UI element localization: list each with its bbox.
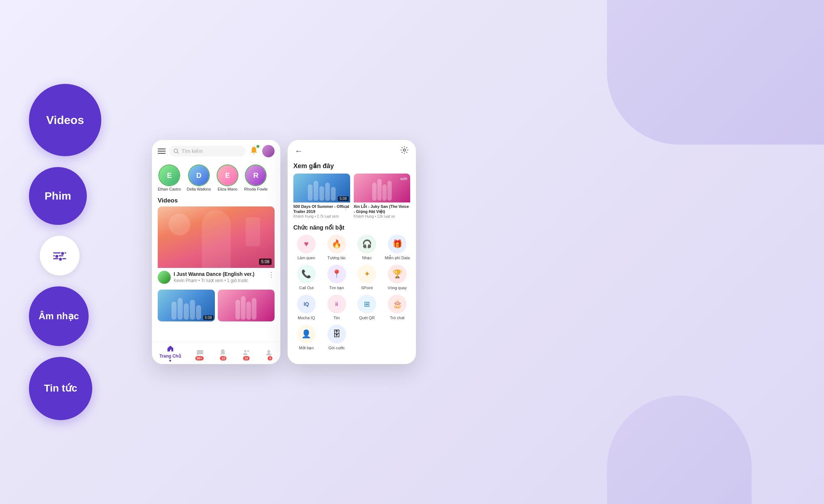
back-button[interactable]: ← [295,146,303,156]
hamburger-line [158,153,166,154]
story-avatar[interactable]: E [217,165,238,185]
phone-right: ← Xem gần đây [288,140,416,364]
recent-video-item[interactable]: sōh Xin Lỗi - Juky San (The Voice - Giọn… [354,174,411,220]
feature-label: Nhạc [362,256,372,260]
story-avatar[interactable]: E [159,165,179,185]
feature-lam-quen[interactable]: ♥ Làm quen [293,235,319,260]
story-ring [188,165,210,186]
more-options[interactable]: ⋮ [343,204,349,211]
videos-circle[interactable]: Videos [29,84,101,156]
nav-home-label: Trang Chủ [160,354,181,359]
feature-spoint[interactable]: ✦ SPoint [354,265,380,290]
story-name: Eliza Mano [218,187,237,191]
story-name: Rhoda Fowle [244,187,268,191]
svg-point-2 [254,153,255,154]
feature-label: Mời bạn [299,346,314,350]
duration-badge: 5:08 [259,259,272,265]
filter-circle[interactable] [40,236,80,276]
video-title: I Just Wanna Dance (English ver.) [174,271,265,277]
feature-tro-choi[interactable]: 🎂 Trò chơi [384,295,410,320]
filter-icon [53,252,66,259]
feature-label: Tiin [334,316,340,320]
phones-container: Tìm kiếm E Ethan Castro [152,140,416,364]
feature-label: Quét QR [359,316,375,320]
feature-tim-ban[interactable]: 📍 Tìm bạn [324,265,350,290]
nav-notifications[interactable]: 22 [219,349,227,358]
story-avatar[interactable]: R [246,165,266,185]
feature-call-out[interactable]: 📞 Call Out [293,265,319,290]
am-nhac-circle[interactable]: Âm nhạc [29,286,89,346]
video-subtitle: Kevin Phạm • Tr lượt xem • 1 giờ trước [174,278,265,283]
feature-moi-ban[interactable]: 👤 Mời bạn [293,325,319,350]
more-options-button[interactable]: ⋮ [268,271,275,279]
notification-dot [256,145,259,148]
tin-tuc-circle[interactable]: Tin tức [29,357,92,420]
hamburger-line [158,151,166,151]
nav-messages[interactable]: 99+ [196,349,204,358]
story-ring [217,165,238,186]
feature-mocha-iq[interactable]: IQ Mocha IQ [293,295,319,320]
feature-icon: 📍 [327,265,346,283]
phim-circle[interactable]: Phim [29,167,87,225]
feature-icon: 📞 [297,265,316,283]
bg-decoration-top [607,0,824,145]
svg-point-7 [403,149,405,151]
nav-profile[interactable]: 4 [265,349,273,358]
feature-icon: 🏆 [388,265,407,283]
story-item[interactable]: D Della Watkins [187,165,211,191]
feature-label: Làm quen [297,256,315,260]
feature-icon: 🔥 [327,235,346,253]
story-item[interactable]: E Eliza Mano [217,165,238,191]
search-bar[interactable]: Tìm kiếm [169,146,246,157]
stories-row: E Ethan Castro D Della Watkins E Eliza M… [152,162,280,194]
thumb-bg [218,290,275,321]
bg-decoration-bottom [607,396,752,504]
hamburger-button[interactable] [158,149,166,154]
feature-label: Tương tác [327,256,346,260]
video-thumb-small[interactable]: 5:08 [158,290,215,321]
feature-icon: ✦ [357,265,376,283]
phone-header: Tìm kiếm [152,140,280,162]
settings-button[interactable] [400,146,409,156]
rv-thumbnail: 5:08 [293,174,350,202]
story-item[interactable]: R Rhoda Fowle [244,165,268,191]
main-video-card[interactable]: 5:08 I Just Wanna Dance (English ver.) K… [158,206,275,287]
story-avatar[interactable]: D [189,165,209,185]
notification-icon [219,349,227,356]
video-thumbnail: 5:08 [158,206,275,268]
svg-point-5 [247,350,249,352]
feature-nhac[interactable]: 🎧 Nhạc [354,235,380,260]
features-section: Chức năng nổi bật ♥ Làm quen 🔥 Tương tác [288,220,416,350]
notification-bell[interactable] [249,146,259,157]
video-bg [158,206,275,268]
friends-icon [242,349,250,356]
features-grid: ♥ Làm quen 🔥 Tương tác 🎧 Nhạc [293,235,410,320]
feature-label: Gói cước [328,346,345,350]
feature-tiin[interactable]: ii Tiin [324,295,350,320]
nav-friends[interactable]: 10 [242,349,250,358]
svg-point-4 [244,350,246,352]
feature-mien-phi-data[interactable]: 🎁 Miễn phí Data [384,235,410,260]
feature-vong-quay[interactable]: 🏆 Vòng quay [384,265,410,290]
nav-home[interactable]: Trang Chủ [160,345,181,362]
channel-avatar [158,271,171,284]
feature-goi-cuoc[interactable]: 🗄 Gói cước [324,325,350,350]
feature-icon: IQ [297,295,316,313]
recent-section: Xem gần đây 5:08 [288,162,416,220]
feature-tuong-tac[interactable]: 🔥 Tương tác [324,235,350,260]
feature-icon: ⊞ [357,295,376,313]
rv-duration: 5:08 [338,196,348,201]
svg-point-6 [267,350,270,353]
video-meta: I Just Wanna Dance (English ver.) Kevin … [174,271,265,283]
story-item[interactable]: E Ethan Castro [158,165,181,191]
phone2-header: ← [288,140,416,162]
video-thumb-small[interactable] [218,290,275,321]
search-icon [174,149,179,154]
rv-title: Xin Lỗi - Juky San (The Voice - Giọng Há… [354,204,411,214]
phone-left: Tìm kiếm E Ethan Castro [152,140,280,364]
feature-quet-qr[interactable]: ⊞ Quét QR [354,295,380,320]
feature-icon: 👤 [297,325,316,343]
user-avatar[interactable] [262,145,275,157]
recent-video-item[interactable]: 5:08 500 Days Of Summer - Offical Traile… [293,174,350,220]
rv-thumbnail: sōh [354,174,411,202]
